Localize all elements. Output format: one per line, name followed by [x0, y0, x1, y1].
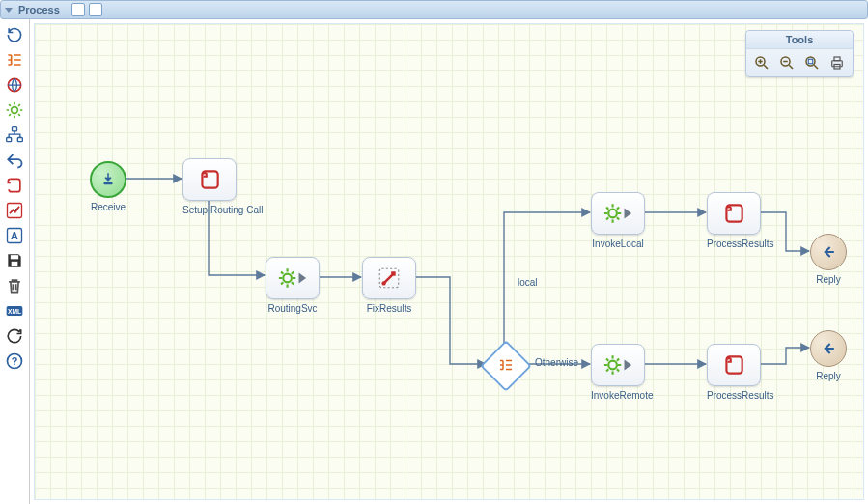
header-icons — [71, 3, 102, 16]
svg-rect-8 — [11, 255, 18, 259]
node-label: FixResults — [362, 303, 416, 314]
node-process-results-top[interactable]: ProcessResults — [707, 192, 773, 249]
undo-icon[interactable] — [5, 151, 24, 170]
main-row: A XML ? Tools — [0, 19, 868, 504]
svg-text:A: A — [11, 230, 18, 241]
svg-rect-19 — [834, 57, 840, 61]
edge-label-local: local — [518, 277, 538, 288]
hierarchy-icon[interactable] — [5, 126, 24, 145]
reply-icon — [810, 234, 847, 270]
connectors — [35, 24, 863, 499]
node-label: ProcessResults — [707, 238, 773, 249]
chart-icon[interactable] — [5, 201, 24, 220]
svg-point-16 — [806, 57, 815, 66]
node-receive[interactable]: Receive — [90, 161, 126, 212]
edge-label-otherwise: Otherwise — [535, 357, 578, 368]
script-icon — [707, 344, 761, 386]
header-icon-2[interactable] — [89, 3, 102, 16]
node-label: InvokeLocal — [591, 238, 645, 249]
tools-title: Tools — [746, 31, 853, 49]
reply-icon — [810, 330, 847, 367]
reload-icon[interactable] — [5, 326, 24, 346]
node-setup-routing-call[interactable]: Setup Routing Call — [182, 158, 263, 215]
save-icon[interactable] — [5, 251, 24, 270]
tools-panel: Tools — [745, 30, 854, 77]
node-routing-svc[interactable]: RoutingSvc — [266, 257, 320, 314]
node-invoke-remote[interactable]: InvokeRemote — [591, 344, 653, 401]
header-icon-1[interactable] — [71, 3, 85, 16]
svg-point-25 — [608, 210, 617, 218]
node-invoke-local[interactable]: InvokeLocal — [591, 192, 645, 249]
xml-icon[interactable]: XML — [5, 301, 24, 321]
script-icon — [707, 192, 761, 235]
transform-icon — [362, 257, 416, 299]
gear-icon[interactable] — [5, 100, 24, 120]
node-label: RoutingSvc — [266, 303, 320, 314]
svg-point-22 — [283, 274, 292, 283]
svg-rect-9 — [12, 262, 18, 266]
svg-rect-21 — [104, 182, 113, 184]
zoom-in-icon[interactable] — [753, 54, 770, 71]
gear-invoke-icon — [591, 192, 645, 235]
svg-rect-17 — [808, 59, 813, 64]
svg-point-26 — [608, 361, 617, 370]
gear-invoke-icon — [591, 344, 645, 386]
node-label: Reply — [810, 274, 847, 285]
svg-rect-2 — [13, 127, 17, 131]
process-header: Process — [0, 0, 868, 19]
print-icon[interactable] — [828, 54, 846, 71]
text-icon[interactable]: A — [5, 226, 24, 245]
process-title: Process — [18, 4, 60, 15]
node-label: ProcessResults — [707, 390, 773, 401]
trash-icon[interactable] — [5, 276, 24, 295]
node-label: Reply — [810, 371, 847, 381]
gear-invoke-icon — [266, 257, 320, 299]
globe-icon[interactable] — [5, 75, 24, 95]
collapse-toggle-icon[interactable] — [5, 8, 13, 13]
svg-point-1 — [12, 107, 18, 114]
svg-text:?: ? — [12, 355, 18, 367]
svg-rect-18 — [832, 61, 843, 67]
node-fix-results[interactable]: FixResults — [362, 257, 416, 314]
script-icon[interactable] — [5, 176, 24, 195]
tools-body — [746, 49, 853, 76]
decision-icon — [480, 340, 532, 392]
canvas-wrap: Tools — [34, 23, 864, 500]
node-reply-top[interactable]: Reply — [810, 234, 847, 285]
node-label: Receive — [90, 202, 126, 212]
svg-rect-4 — [17, 138, 22, 142]
palette: A XML ? — [0, 19, 30, 504]
refresh-icon[interactable] — [5, 25, 24, 44]
svg-point-24 — [381, 281, 385, 285]
app-root: Process A XML ? — [0, 0, 868, 504]
node-label: Setup Routing Call — [182, 205, 263, 215]
help-icon[interactable]: ? — [5, 351, 24, 371]
node-decision[interactable] — [488, 348, 524, 384]
script-icon — [182, 158, 237, 201]
svg-rect-3 — [7, 138, 12, 142]
node-label: InvokeRemote — [591, 390, 653, 401]
node-reply-bottom[interactable]: Reply — [810, 330, 847, 381]
node-process-results-bottom[interactable]: ProcessResults — [707, 344, 773, 401]
tree-icon[interactable] — [5, 50, 24, 70]
start-icon — [90, 161, 126, 198]
zoom-out-icon[interactable] — [778, 54, 796, 71]
svg-text:XML: XML — [8, 308, 21, 315]
process-canvas[interactable]: Tools — [35, 24, 863, 499]
fit-icon[interactable] — [803, 54, 821, 71]
